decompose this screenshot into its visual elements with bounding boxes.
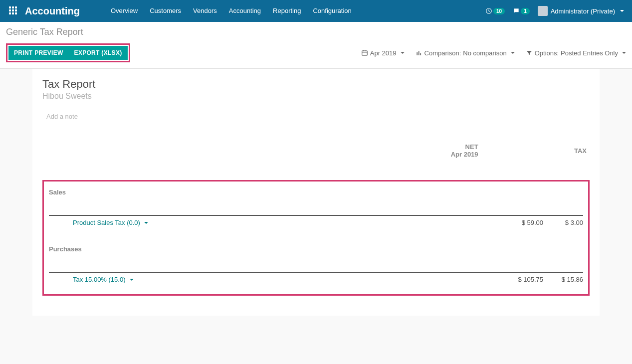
export-xlsx-button[interactable]: EXPORT (XLSX) <box>69 46 128 60</box>
apps-icon[interactable] <box>4 6 22 16</box>
filter-bar: Apr 2019 Comparison: No comparison Optio… <box>361 49 626 57</box>
app-brand[interactable]: Accounting <box>22 5 85 17</box>
comparison-filter[interactable]: Comparison: No comparison <box>416 49 515 57</box>
svg-rect-5 <box>15 9 17 11</box>
header-net-period: Apr 2019 <box>373 151 478 158</box>
purchases-tax-row: Tax 15.00% (15.0) $ 105.75 $ 15.86 <box>49 273 583 286</box>
avatar <box>538 6 548 16</box>
svg-rect-4 <box>12 9 14 11</box>
highlight-buttons: PRINT PREVIEW EXPORT (XLSX) <box>6 43 130 62</box>
svg-rect-1 <box>12 6 14 8</box>
activity-badge: 10 <box>493 8 505 14</box>
svg-rect-7 <box>12 12 14 14</box>
report-sheet: Tax Report Hibou Sweets NET Apr 2019 TAX… <box>32 69 600 316</box>
print-preview-button[interactable]: PRINT PREVIEW <box>8 46 69 60</box>
options-filter[interactable]: Options: Posted Entries Only <box>526 49 626 57</box>
note-input[interactable] <box>42 108 590 125</box>
report-header-table: NET Apr 2019 TAX <box>42 139 590 162</box>
svg-rect-0 <box>9 6 11 8</box>
control-panel: Generic Tax Report PRINT PREVIEW EXPORT … <box>0 22 632 69</box>
highlight-data: Sales Product Sales Tax (0.0) $ 59.00 $ … <box>42 180 590 296</box>
svg-rect-6 <box>9 12 11 14</box>
chevron-down-icon <box>144 222 148 224</box>
svg-rect-3 <box>9 9 11 11</box>
purchases-tax-label[interactable]: Tax 15.00% (15.0) <box>49 276 134 283</box>
main-navbar: Accounting Overview Customers Vendors Ac… <box>0 0 632 22</box>
section-purchases-header: Purchases <box>49 242 583 254</box>
svg-rect-10 <box>362 51 368 55</box>
svg-rect-14 <box>417 52 418 55</box>
sales-tax-row: Product Sales Tax (0.0) $ 59.00 $ 3.00 <box>49 216 583 229</box>
nav-reporting[interactable]: Reporting <box>267 0 307 22</box>
company-name: Hibou Sweets <box>42 92 590 101</box>
nav-customers[interactable]: Customers <box>144 0 187 22</box>
messages-indicator[interactable]: 1 <box>513 7 530 14</box>
chevron-down-icon <box>401 52 405 54</box>
chevron-down-icon <box>130 279 134 281</box>
column-tax: TAX <box>480 139 590 162</box>
svg-rect-8 <box>15 12 17 14</box>
user-menu[interactable]: Administrator (Private) <box>538 6 624 16</box>
header-net: NET <box>465 143 478 151</box>
nav-items: Overview Customers Vendors Accounting Re… <box>105 0 358 22</box>
breadcrumb: Generic Tax Report <box>6 27 626 37</box>
nav-accounting[interactable]: Accounting <box>223 0 267 22</box>
column-net: NET Apr 2019 <box>371 139 480 162</box>
purchases-tax-tax: $ 15.86 <box>543 276 583 283</box>
sales-tax-net: $ 59.00 <box>488 219 543 226</box>
chevron-down-icon <box>620 10 624 12</box>
period-value: Apr 2019 <box>370 49 397 57</box>
purchases-tax-net: $ 105.75 <box>488 276 543 283</box>
svg-rect-15 <box>418 51 419 55</box>
messages-badge: 1 <box>521 8 530 14</box>
comparison-label: Comparison: <box>424 49 461 57</box>
navbar-right: 10 1 Administrator (Private) <box>485 6 628 16</box>
nav-configuration[interactable]: Configuration <box>307 0 357 22</box>
sales-tax-label[interactable]: Product Sales Tax (0.0) <box>49 219 148 226</box>
period-filter[interactable]: Apr 2019 <box>361 49 405 57</box>
page-body: Tax Report Hibou Sweets NET Apr 2019 TAX… <box>0 69 632 316</box>
sales-tax-tax: $ 3.00 <box>543 219 583 226</box>
activity-indicator[interactable]: 10 <box>485 7 505 14</box>
sales-tax-label-text: Product Sales Tax (0.0) <box>73 219 140 226</box>
svg-rect-16 <box>420 53 421 55</box>
chevron-down-icon <box>622 52 626 54</box>
nav-overview[interactable]: Overview <box>105 0 144 22</box>
svg-rect-2 <box>15 6 17 8</box>
purchases-tax-label-text: Tax 15.00% (15.0) <box>73 276 126 283</box>
comparison-value: No comparison <box>463 49 506 57</box>
options-label: Options: <box>535 49 559 57</box>
section-sales-header: Sales <box>49 185 583 197</box>
chevron-down-icon <box>511 52 515 54</box>
options-value: Posted Entries Only <box>561 49 618 57</box>
user-label: Administrator (Private) <box>551 7 615 15</box>
report-title: Tax Report <box>42 78 590 91</box>
nav-vendors[interactable]: Vendors <box>187 0 223 22</box>
